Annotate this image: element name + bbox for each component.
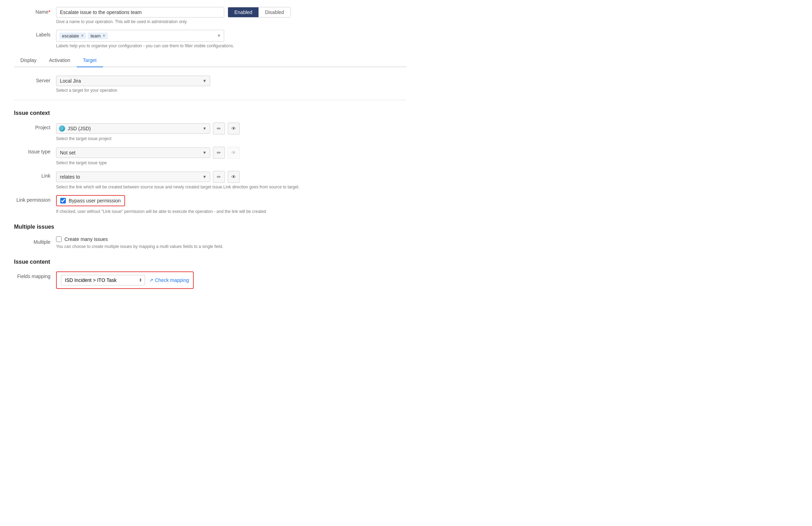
enabled-disabled-toggle: Enabled Disabled [228,7,291,18]
labels-label: Labels [14,30,56,37]
project-select-container: JSD (JSD) J ▼ ✏ 👁 [56,123,406,134]
link-eye-button[interactable]: 👁 [228,171,240,183]
enabled-button[interactable]: Enabled [228,7,259,17]
tab-display[interactable]: Display [14,54,43,67]
check-mapping-link[interactable]: ↗ Check mapping [149,277,189,283]
issue-content-title: Issue content [14,259,406,265]
check-mapping-label: Check mapping [155,277,189,283]
remove-escalate-icon[interactable]: × [81,33,83,38]
link-permission-label: Link permission [14,195,56,203]
issue-type-label: Issue type [14,147,56,154]
project-hint: Select the target issue project [56,136,406,141]
issue-context-title: Issue context [14,110,406,116]
bypass-label: Bypass user permission [69,198,121,203]
name-input[interactable] [56,7,224,18]
link-hint: Select the link which will be created be… [56,185,406,189]
bypass-hint: If checked, user without "Link issue" pe… [56,209,406,214]
fields-mapping-select[interactable]: ISD Incident > ITO Task [61,275,145,285]
disabled-button[interactable]: Disabled [259,7,290,17]
fields-mapping-box: ISD Incident > ITO Task ⬍ ↗ Check mappin… [56,271,194,289]
multiple-checkbox-row: Create many issues [56,236,406,242]
issue-type-select-wrapper: Not set ▼ [56,147,210,158]
mapping-select-wrapper: ISD Incident > ITO Task ⬍ [61,275,145,285]
issue-type-select[interactable]: Not set [56,147,210,158]
server-select[interactable]: Local Jira [56,76,210,86]
name-label: Name* [14,7,56,15]
label-tag-escalate[interactable]: escalate × [59,33,86,39]
create-many-checkbox[interactable] [56,236,62,242]
multiple-issues-section: Multiple issues Multiple Create many iss… [14,224,406,249]
issue-content-section: Issue content Fields mapping ISD Inciden… [14,259,406,289]
labels-input[interactable]: escalate × team × ▼ [56,30,224,42]
link-label: Link [14,171,56,179]
external-link-icon: ↗ [149,277,153,283]
bypass-checkbox[interactable] [60,198,66,203]
project-select[interactable]: JSD (JSD) [56,123,210,134]
project-label: Project [14,123,56,130]
server-select-wrapper: Local Jira ▼ [56,76,210,86]
issue-context-section: Issue context Project JSD (JSD) J ▼ ✏ 👁 … [14,110,406,214]
server-label: Server [14,76,56,83]
labels-chevron-icon[interactable]: ▼ [217,33,221,38]
create-many-label: Create many issues [64,236,108,242]
fields-mapping-label: Fields mapping [14,271,56,279]
link-permission-outlined: Bypass user permission [56,195,125,206]
server-hint: Select a target for your operation [56,88,406,93]
name-hint: Give a name to your operation. This will… [56,19,406,24]
section-divider [14,100,406,100]
remove-team-icon[interactable]: × [103,33,105,38]
tab-target[interactable]: Target [77,54,103,67]
issue-type-select-container: Not set ▼ ✏ 👁 [56,147,406,159]
project-eye-button[interactable]: 👁 [228,123,240,134]
issue-type-edit-button[interactable]: ✏ [213,147,225,159]
issue-type-eye-button[interactable]: 👁 [228,147,240,159]
issue-type-hint: Select the target issue type [56,160,406,165]
link-select[interactable]: relates to [56,172,210,182]
create-many-hint: You can choose to create multiple issues… [56,244,406,249]
link-select-wrapper: relates to ▼ [56,172,210,182]
link-permission-row: Link permission Bypass user permission I… [14,195,406,214]
tab-bar: Display Activation Target [14,54,406,67]
link-edit-button[interactable]: ✏ [213,171,225,183]
multiple-label: Multiple [14,236,56,245]
label-tag-team[interactable]: team × [88,33,108,39]
tab-activation[interactable]: Activation [43,54,77,67]
multiple-issues-title: Multiple issues [14,224,406,230]
project-select-wrapper: JSD (JSD) J ▼ [56,123,210,134]
project-edit-button[interactable]: ✏ [213,123,225,134]
link-select-container: relates to ▼ ✏ 👁 [56,171,406,183]
required-asterisk: * [49,9,50,15]
labels-hint: Labels help you to organise your configu… [56,43,406,48]
